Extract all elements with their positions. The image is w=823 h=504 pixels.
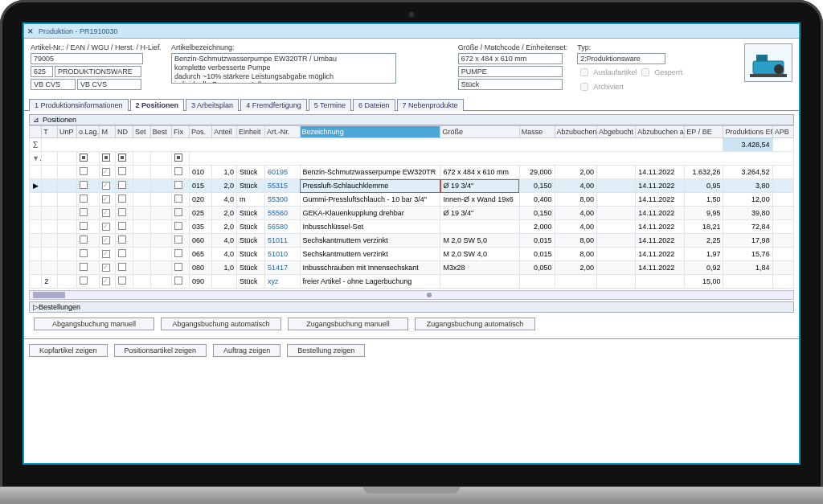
col-apb[interactable]: APB xyxy=(772,126,793,138)
sum-produktions-ep: 3.428,54 xyxy=(723,138,772,152)
col-fix[interactable]: Fix xyxy=(172,126,190,138)
col-best[interactable]: Best xyxy=(150,126,171,138)
bezeichnung-group: Artikelbezeichnung: Benzin-Schmutzwasser… xyxy=(171,43,396,84)
abgangsbuchung-manuell-button[interactable]: Abgangsbuchung manuell xyxy=(34,318,154,330)
archiviert-check[interactable]: Archiviert xyxy=(577,80,682,93)
col-abzubuchen-am[interactable]: Abzubuchen am xyxy=(636,126,685,138)
col-abzubuchen[interactable]: Abzubuchen xyxy=(555,126,596,138)
filter-row[interactable]: ▼ xyxy=(30,152,794,166)
wgu-code-input[interactable] xyxy=(31,66,53,77)
grid-header: T UnP o.Lag. M ND Set Best Fix Pos. Ante… xyxy=(30,126,794,166)
col-set[interactable]: Set xyxy=(133,126,150,138)
tab-produktionsinformationen[interactable]: 1 Produktionsinformationen xyxy=(29,99,129,111)
hlief-input[interactable] xyxy=(77,79,141,90)
filter-icon[interactable]: ▼ xyxy=(32,154,42,162)
table-row[interactable]: 0654,0Stück51010Sechskantmuttern verzink… xyxy=(30,248,794,261)
col-unp[interactable]: UnP xyxy=(57,126,76,138)
table-row[interactable]: 0204,0m55300Gummi-Pressluftschlauch - 10… xyxy=(30,193,794,207)
table-row[interactable]: 0101,0Stück60195Benzin-Schmutzwasserpump… xyxy=(30,166,794,179)
abgangsbuchung-auto-button[interactable]: Abgangsbuchung automatisch xyxy=(161,318,281,330)
filter-m[interactable] xyxy=(102,154,110,162)
booking-buttons: Abgangsbuchung manuell Abgangsbuchung au… xyxy=(29,314,794,334)
grid-body: 0101,0Stück60195Benzin-Schmutzwasserpump… xyxy=(30,166,794,289)
window-title: Produktion - PR1910030 xyxy=(39,27,118,35)
typ-input[interactable] xyxy=(577,53,665,64)
tab-arbeitsplan[interactable]: 3 Arbeitsplan xyxy=(186,99,239,111)
h-scrollbar[interactable] xyxy=(29,290,794,300)
filter-nd[interactable] xyxy=(118,154,126,162)
footer-divider xyxy=(24,338,799,339)
einheit-input[interactable] xyxy=(458,79,563,90)
window-title-bar: ✕ Produktion - PR1910030 xyxy=(24,24,799,39)
table-row[interactable]: 0252,0Stück55560GEKA-Klauenkupplung dreh… xyxy=(30,207,794,220)
matchcode-input[interactable] xyxy=(458,66,563,77)
sum-row: Σ 3.428,54 xyxy=(30,138,794,152)
wgu-name-input[interactable] xyxy=(55,66,141,77)
table-row[interactable]: ▶0152,0Stück55315Pressluft-Schlauchklemm… xyxy=(30,179,794,193)
col-produktions-ep[interactable]: Produktions EP xyxy=(723,126,772,138)
col-pos[interactable]: Pos. xyxy=(189,126,211,138)
positionen-header[interactable]: ⊿ Positionen xyxy=(29,114,794,125)
groesse-group: Größe / Matchcode / Einheitenset: xyxy=(458,43,568,90)
laptop-base xyxy=(0,486,823,504)
sigma-icon: Σ xyxy=(33,140,39,150)
positionsartikel-button[interactable]: Positionsartikel zeigen xyxy=(114,344,207,357)
col-m[interactable]: M xyxy=(100,126,116,138)
kopfartikel-button[interactable]: Kopfartikel zeigen xyxy=(29,344,108,357)
auftrag-button[interactable]: Auftrag zeigen xyxy=(213,344,280,357)
herst-input[interactable] xyxy=(31,79,76,90)
col-artnr[interactable]: Art.-Nr. xyxy=(264,126,300,138)
tab-dateien[interactable]: 6 Dateien xyxy=(353,99,395,111)
artikel-nr-input[interactable] xyxy=(31,53,143,64)
app-screen: ✕ Produktion - PR1910030 Artikel-Nr.: / … xyxy=(23,23,800,465)
groesse-label: Größe / Matchcode / Einheitenset: xyxy=(458,43,568,51)
table-row[interactable]: 2090Stückxyzfreier Artikel - ohne Lagerb… xyxy=(30,275,794,289)
bestellungen-section[interactable]: ▷ Bestellungen xyxy=(29,301,794,313)
table-row[interactable]: 0801,0Stück51417Inbusschrauben mit Innen… xyxy=(30,261,794,275)
col-nd[interactable]: ND xyxy=(116,126,133,138)
expand-icon[interactable]: ▷ xyxy=(33,303,39,311)
collapse-icon[interactable]: ⊿ xyxy=(33,116,39,124)
svg-point-1 xyxy=(774,64,784,74)
filter-olag[interactable] xyxy=(80,154,88,162)
tab-nebenprodukte[interactable]: 7 Nebenprodukte xyxy=(397,99,464,111)
col-t[interactable]: T xyxy=(42,126,58,138)
col-groesse[interactable]: Größe xyxy=(440,126,519,138)
auslauf-check[interactable]: Auslaufartikel xyxy=(577,66,637,79)
col-bezeichnung[interactable]: Bezeichnung xyxy=(300,126,440,138)
col-olag[interactable]: o.Lag. xyxy=(77,126,100,138)
tab-termine[interactable]: 5 Termine xyxy=(309,99,351,111)
svg-rect-2 xyxy=(756,55,768,61)
bezeichnung-textarea[interactable]: Benzin-Schmutzwasserpumpe EW320TR / Umba… xyxy=(171,53,396,84)
table-row[interactable]: 0604,0Stück51011Sechskantmuttern verzink… xyxy=(30,234,794,248)
col-masse[interactable]: Masse xyxy=(519,126,555,138)
positionen-title: Positionen xyxy=(43,116,76,124)
footer-buttons: Kopfartikel zeigen Positionsartikel zeig… xyxy=(24,341,799,360)
bestellung-button[interactable]: Bestellung zeigen xyxy=(287,344,365,357)
gesperrt-check[interactable]: Gesperrt xyxy=(638,66,682,79)
close-icon[interactable]: ✕ xyxy=(27,27,34,35)
col-ep-be[interactable]: EP / BE xyxy=(685,126,723,138)
zugangsbuchung-manuell-button[interactable]: Zugangsbuchung manuell xyxy=(288,318,408,330)
col-einheit[interactable]: Einheit xyxy=(236,126,264,138)
tab-bar: 1 Produktionsinformationen 2 Positionen … xyxy=(24,98,799,111)
col-abgebucht[interactable]: Abgebucht xyxy=(597,126,636,138)
svg-rect-3 xyxy=(750,74,787,77)
zugangsbuchung-auto-button[interactable]: Zugangsbuchung automatisch xyxy=(415,318,535,330)
filter-fix[interactable] xyxy=(174,154,182,162)
table-row[interactable]: 0352,0Stück56580Inbusschlüssel-Set2,0004… xyxy=(30,220,794,234)
product-thumbnail xyxy=(744,43,792,82)
groesse-input[interactable] xyxy=(458,53,563,64)
bestellungen-label: Bestellungen xyxy=(39,303,80,311)
col-anteil[interactable]: Anteil xyxy=(212,126,237,138)
tab-fremdfertigung[interactable]: 4 Fremdfertigung xyxy=(240,99,307,111)
tab-positionen[interactable]: 2 Positionen xyxy=(130,99,185,111)
typ-group: Typ: Auslaufartikel Gesperrt Archiviert xyxy=(577,43,682,93)
artikel-group: Artikel-Nr.: / EAN / WGU / Herst. / H-Li… xyxy=(31,43,162,90)
bezeichnung-label: Artikelbezeichnung: xyxy=(171,43,396,51)
scrollbar-thumb[interactable] xyxy=(33,292,65,298)
grid-container: ⊿ Positionen T UnP o.Lag xyxy=(24,111,799,337)
artikel-label: Artikel-Nr.: / EAN / WGU / Herst. / H-Li… xyxy=(31,43,162,51)
positions-grid: T UnP o.Lag. M ND Set Best Fix Pos. Ante… xyxy=(29,125,794,289)
scrollbar-marker xyxy=(427,293,432,297)
